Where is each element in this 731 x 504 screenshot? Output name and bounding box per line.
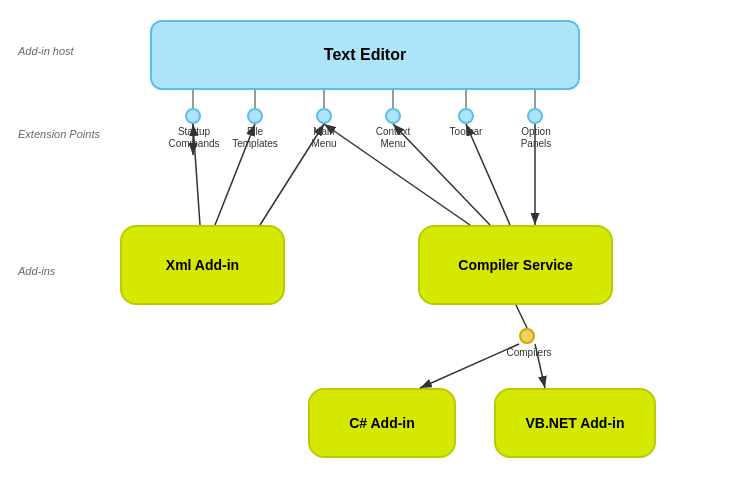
xml-addin-label: Xml Add-in [166, 257, 239, 273]
csharp-addin-label: C# Add-in [349, 415, 415, 431]
ext-circle-compilers [519, 328, 535, 344]
xml-addin-box: Xml Add-in [120, 225, 285, 305]
ext-label-file: FileTemplates [232, 126, 278, 150]
ext-circle-context-menu [385, 108, 401, 124]
section-addins: Add-ins [18, 265, 55, 277]
ext-circle-main-menu [316, 108, 332, 124]
csharp-addin-box: C# Add-in [308, 388, 456, 458]
vbnet-addin-box: VB.NET Add-in [494, 388, 656, 458]
ext-circle-toolbar [458, 108, 474, 124]
ext-label-compilers: Compilers [506, 347, 552, 359]
ext-label-startup: StartupCommands [167, 126, 221, 150]
ext-label-option-panels: OptionPanels [516, 126, 556, 150]
svg-line-7 [466, 124, 510, 225]
section-extension-points: Extension Points [18, 128, 100, 140]
svg-line-10 [420, 344, 519, 388]
diagram: Add-in host Extension Points Add-ins Tex… [0, 0, 731, 504]
ext-circle-file [247, 108, 263, 124]
compiler-service-box: Compiler Service [418, 225, 613, 305]
vbnet-addin-label: VB.NET Add-in [525, 415, 624, 431]
ext-circle-option-panels [527, 108, 543, 124]
text-editor-label: Text Editor [324, 46, 406, 64]
compiler-service-label: Compiler Service [458, 257, 572, 273]
section-addin-host: Add-in host [18, 45, 74, 57]
svg-line-9 [516, 305, 527, 328]
ext-circle-startup [185, 108, 201, 124]
text-editor-box: Text Editor [150, 20, 580, 90]
ext-label-context-menu: ContextMenu [370, 126, 416, 150]
ext-label-main-menu: MainMenu [304, 126, 344, 150]
ext-label-toolbar: Toolbar [447, 126, 485, 138]
